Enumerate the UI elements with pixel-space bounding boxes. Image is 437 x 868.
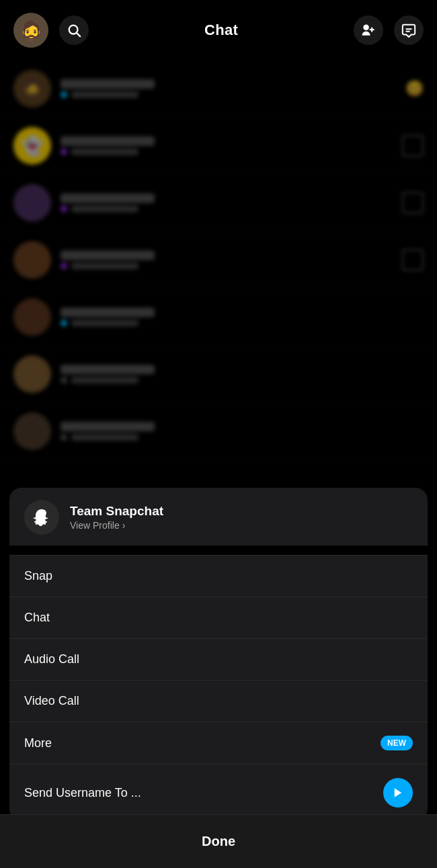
chat-info xyxy=(61,79,396,98)
search-button[interactable] xyxy=(59,15,89,45)
send-button[interactable] xyxy=(383,778,413,808)
avatar xyxy=(13,298,51,336)
svg-line-1 xyxy=(77,33,80,36)
menu-item-snap[interactable]: Snap xyxy=(9,555,428,597)
chat-name xyxy=(61,422,155,431)
chevron-right-icon: › xyxy=(122,520,126,531)
profile-card[interactable]: Team Snapchat View Profile › xyxy=(9,488,428,546)
chat-info xyxy=(61,365,424,384)
list-item[interactable] xyxy=(0,289,437,346)
chat-sub xyxy=(61,206,393,212)
chat-sub xyxy=(61,434,424,441)
chat-right xyxy=(402,135,424,157)
header: 🧔 Chat xyxy=(0,0,437,60)
snap-icon xyxy=(402,135,424,157)
chat-sub xyxy=(61,148,393,155)
header-left: 🧔 xyxy=(13,13,89,48)
chat-info xyxy=(61,136,393,155)
menu-item-send-username[interactable]: Send Username To ... xyxy=(9,764,428,821)
snap-icon xyxy=(402,192,424,214)
new-chat-button[interactable] xyxy=(394,15,424,45)
user-avatar[interactable]: 🧔 xyxy=(13,13,48,48)
avatar xyxy=(13,241,51,279)
list-item[interactable]: 👻 xyxy=(0,118,437,175)
avatar xyxy=(13,355,51,393)
menu-item-chat[interactable]: Chat xyxy=(9,597,428,638)
chat-emoji: 😊 xyxy=(405,80,424,97)
done-button[interactable]: Done xyxy=(202,834,235,849)
chat-name xyxy=(61,251,155,260)
chat-name xyxy=(61,136,155,146)
header-title: Chat xyxy=(204,21,238,39)
chat-info xyxy=(61,308,424,327)
chat-name xyxy=(61,79,155,89)
chat-info xyxy=(61,251,393,269)
avatar xyxy=(13,184,51,222)
list-item[interactable] xyxy=(0,346,437,403)
menu-item-more[interactable]: More NEW xyxy=(9,722,428,764)
svg-marker-4 xyxy=(395,788,402,797)
profile-name: Team Snapchat xyxy=(70,504,163,519)
chat-info xyxy=(61,422,424,441)
list-item[interactable]: 🧔 😊 xyxy=(0,60,437,118)
menu-item-video-call[interactable]: Video Call xyxy=(9,680,428,722)
new-badge: NEW xyxy=(381,736,413,750)
snap-icon xyxy=(402,249,424,271)
chat-right xyxy=(402,249,424,271)
list-item[interactable] xyxy=(0,403,437,460)
avatar: 👻 xyxy=(13,127,51,165)
profile-view-profile[interactable]: View Profile › xyxy=(70,520,163,531)
menu-item-audio-call[interactable]: Audio Call xyxy=(9,638,428,680)
avatar xyxy=(13,413,51,450)
chat-sub xyxy=(61,263,393,269)
list-item[interactable] xyxy=(0,232,437,289)
done-bar: Done xyxy=(0,814,437,868)
chat-sub xyxy=(61,91,396,98)
chat-name xyxy=(61,308,155,317)
chat-info xyxy=(61,193,393,212)
chat-right xyxy=(402,192,424,214)
chat-sub xyxy=(61,377,424,384)
chat-name xyxy=(61,193,155,203)
chat-sub xyxy=(61,320,424,327)
chat-right: 😊 xyxy=(405,80,424,97)
avatar: 🧔 xyxy=(13,70,51,107)
context-menu-sheet: Kailash Rai Put Snap Chat Audio Call Vid… xyxy=(9,555,428,821)
list-item[interactable] xyxy=(0,175,437,232)
chat-name xyxy=(61,365,155,374)
add-friend-button[interactable] xyxy=(354,15,383,45)
header-right xyxy=(354,15,424,45)
snapchat-ghost-icon xyxy=(24,500,59,535)
profile-info: Team Snapchat View Profile › xyxy=(70,504,163,531)
chat-list: 🧔 😊 👻 xyxy=(0,60,437,531)
